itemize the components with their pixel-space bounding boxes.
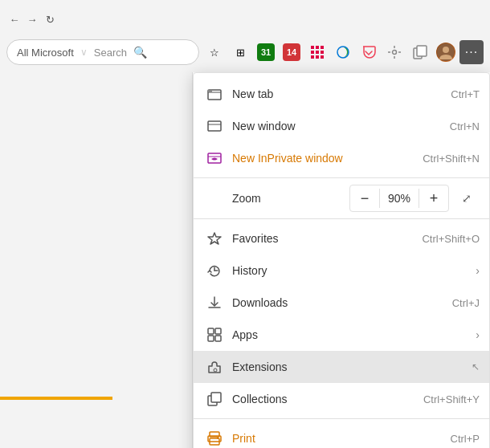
collections-shortcut: Ctrl+Shift+Y — [423, 393, 480, 405]
print-shortcut: Ctrl+P — [451, 433, 480, 445]
favorites-shortcut: Ctrl+Shift+O — [422, 233, 480, 245]
inprivate-icon — [203, 151, 226, 165]
new-tab-label: New tab — [232, 88, 451, 100]
grid-btn[interactable] — [305, 40, 329, 64]
page-content: New tab Ctrl+T New window Ctrl+N — [0, 72, 490, 448]
svg-rect-3 — [311, 51, 314, 54]
calendar-btn[interactable]: 31 — [254, 40, 278, 64]
favorites-icon — [203, 231, 226, 246]
svg-rect-5 — [321, 51, 324, 54]
tools-btn[interactable] — [382, 40, 406, 64]
new-window-shortcut: Ctrl+N — [450, 120, 480, 132]
tab-btn[interactable]: ⊞ — [228, 40, 252, 64]
address-section: All Microsoft — [17, 47, 74, 59]
zoom-value[interactable]: 90% — [379, 189, 419, 208]
cursor-indicator: ↖ — [472, 361, 480, 373]
profile-btn[interactable] — [434, 40, 458, 64]
collections-label: Collections — [232, 393, 423, 405]
downloads-icon — [203, 295, 226, 310]
history-icon — [203, 263, 226, 278]
forward-btn[interactable]: → — [24, 11, 40, 27]
menu-item-apps[interactable]: Apps › — [194, 319, 489, 351]
history-label: History — [232, 264, 469, 277]
menu-item-extensions[interactable]: Extensions ↖ — [194, 351, 489, 383]
zoom-controls: − 90% + — [349, 185, 449, 212]
address-search-text: Search — [94, 47, 127, 59]
pocket-btn[interactable] — [357, 40, 381, 64]
svg-rect-6 — [311, 55, 314, 59]
star-btn[interactable]: ☆ — [202, 40, 227, 64]
menu-item-favorites[interactable]: Favorites Ctrl+Shift+O — [194, 222, 489, 255]
new-window-icon — [203, 119, 226, 133]
menu-item-new-window[interactable]: New window Ctrl+N — [194, 110, 489, 142]
profile-avatar — [436, 43, 455, 62]
tab-bar: ← → ↻ — [0, 0, 490, 32]
svg-rect-2 — [321, 46, 324, 49]
menu-item-downloads[interactable]: Downloads Ctrl+J — [194, 287, 489, 319]
favorites-label: Favorites — [232, 232, 422, 245]
menu-item-print[interactable]: Print Ctrl+P — [194, 422, 489, 448]
divider-2 — [194, 218, 489, 219]
svg-rect-27 — [211, 393, 221, 402]
ext-icons: ☆ ⊞ 31 14 — [202, 40, 484, 64]
apps-arrow: › — [476, 328, 480, 341]
svg-rect-25 — [215, 336, 221, 341]
zoom-row: Zoom − 90% + ⤢ — [194, 181, 489, 215]
address-search-icon: 🔍 — [133, 46, 147, 59]
collections-icon — [203, 392, 226, 406]
extensions-label: Extensions — [232, 360, 465, 373]
svg-rect-15 — [417, 46, 427, 56]
toolbar: All Microsoft ∨ Search 🔍 ☆ ⊞ 31 14 — [0, 32, 490, 72]
more-menu-btn[interactable]: ··· — [459, 40, 484, 64]
more-dots: ··· — [465, 45, 478, 59]
address-bar[interactable]: All Microsoft ∨ Search 🔍 — [6, 39, 199, 65]
security-btn[interactable]: 14 — [280, 40, 304, 64]
divider-3 — [194, 418, 489, 419]
svg-rect-8 — [321, 55, 324, 59]
svg-rect-23 — [215, 328, 221, 334]
svg-rect-7 — [316, 55, 319, 59]
menu-item-new-tab[interactable]: New tab Ctrl+T — [194, 78, 489, 110]
svg-rect-4 — [316, 51, 319, 54]
downloads-label: Downloads — [232, 296, 452, 309]
tab-icons: ← → ↻ — [3, 6, 61, 32]
inprivate-label: New InPrivate window — [232, 152, 423, 165]
print-label: Print — [232, 432, 451, 445]
dropdown-menu: New tab Ctrl+T New window Ctrl+N — [193, 72, 490, 448]
downloads-shortcut: Ctrl+J — [452, 297, 480, 309]
svg-rect-31 — [217, 438, 218, 439]
new-tab-shortcut: Ctrl+T — [451, 88, 480, 100]
zoom-minus-btn[interactable]: − — [350, 185, 379, 211]
menu-item-collections[interactable]: Collections Ctrl+Shift+Y — [194, 383, 489, 415]
apps-icon — [203, 328, 226, 342]
new-window-label: New window — [232, 120, 450, 132]
history-arrow: › — [476, 264, 480, 277]
svg-rect-1 — [316, 46, 319, 49]
svg-rect-22 — [208, 328, 214, 334]
divider-1 — [194, 177, 489, 178]
edge-icon-btn[interactable] — [331, 40, 355, 64]
refresh-btn[interactable]: ↻ — [42, 11, 58, 27]
svg-rect-20 — [208, 121, 221, 131]
new-tab-icon — [203, 87, 226, 101]
inprivate-shortcut: Ctrl+Shift+N — [423, 153, 480, 165]
svg-rect-24 — [208, 336, 214, 341]
back-btn[interactable]: ← — [6, 11, 22, 27]
extensions-icon — [203, 360, 226, 374]
calendar-badge: 31 — [257, 43, 275, 61]
svg-rect-19 — [208, 90, 212, 92]
menu-item-history[interactable]: History › — [194, 255, 489, 287]
menu-item-inprivate[interactable]: New InPrivate window Ctrl+Shift+N — [194, 142, 489, 174]
collections-btn[interactable] — [408, 40, 432, 64]
zoom-expand-btn[interactable]: ⤢ — [454, 185, 480, 211]
zoom-plus-btn[interactable]: + — [419, 185, 448, 211]
yellow-bar — [0, 397, 112, 400]
svg-point-17 — [443, 47, 449, 53]
security-badge: 14 — [283, 43, 300, 61]
zoom-label: Zoom — [203, 192, 349, 205]
apps-label: Apps — [232, 328, 469, 341]
page-sidebar — [0, 72, 193, 448]
print-icon — [203, 431, 226, 446]
browser-chrome: ← → ↻ All Microsoft ∨ Search 🔍 ☆ ⊞ 31 14 — [0, 0, 490, 72]
svg-rect-0 — [311, 46, 314, 49]
